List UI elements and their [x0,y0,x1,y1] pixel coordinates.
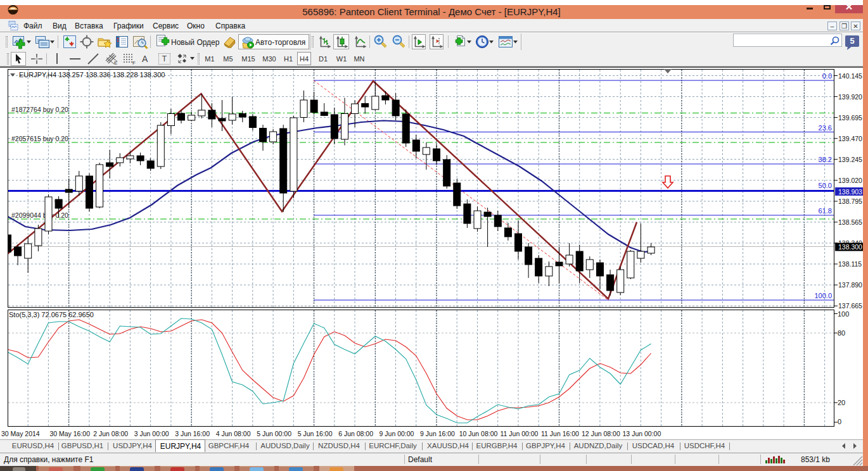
svg-text:0: 0 [838,418,841,425]
svg-text:100.0: 100.0 [814,292,832,299]
svg-text:138.903: 138.903 [838,188,862,196]
svg-text:138.795: 138.795 [838,198,862,205]
svg-text:23.6: 23.6 [819,124,832,132]
svg-text:140.145: 140.145 [838,72,862,80]
svg-text:5 Jun 16:00: 5 Jun 16:00 [298,430,333,437]
svg-text:30 May 2014: 30 May 2014 [1,430,40,437]
svg-text:139.245: 139.245 [838,156,862,163]
svg-text:138.300: 138.300 [838,243,862,251]
svg-text:100: 100 [838,310,849,318]
svg-text:#2057615 buy 0.20: #2057615 buy 0.20 [11,135,68,142]
svg-text:38.2: 38.2 [819,156,832,163]
svg-text:Sto(5,3,3) 72.0675 62.9650: Sto(5,3,3) 72.0675 62.9650 [9,311,94,318]
svg-text:0.0: 0.0 [822,72,832,80]
svg-text:4 Jun 08:00: 4 Jun 08:00 [216,430,251,437]
svg-text:#1872764 buy 0.20: #1872764 buy 0.20 [11,106,68,113]
svg-text:12 Jun 08:00: 12 Jun 08:00 [582,430,620,437]
svg-text:9 Jun 00:00: 9 Jun 00:00 [380,430,414,437]
svg-text:139.020: 139.020 [838,177,862,184]
svg-text:30 May 16:00: 30 May 16:00 [49,430,90,437]
svg-text:E: E [114,60,117,65]
svg-text:#2099044 buy 0.20: #2099044 buy 0.20 [11,211,68,219]
svg-text:138.115: 138.115 [838,260,862,268]
svg-text:61.8: 61.8 [819,207,832,215]
svg-text:13 Jun 00:00: 13 Jun 00:00 [623,430,661,437]
svg-text:50.0: 50.0 [819,182,832,189]
svg-text:139.695: 139.695 [838,114,862,122]
svg-text:9 Jun 16:00: 9 Jun 16:00 [420,430,455,437]
svg-text:3 Jun 16:00: 3 Jun 16:00 [175,430,210,437]
svg-text:10 Jun 08:00: 10 Jun 08:00 [459,430,498,437]
svg-text:20: 20 [838,399,845,406]
svg-text:6 Jun 08:00: 6 Jun 08:00 [338,430,373,437]
svg-text:138.565: 138.565 [838,218,862,226]
svg-text:3 Jun 00:00: 3 Jun 00:00 [134,430,169,437]
svg-text:2 Jun 08:00: 2 Jun 08:00 [93,430,128,437]
svg-text:137.890: 137.890 [838,281,862,289]
svg-text:EURJPY,H4 138.257 138.336 138: EURJPY,H4 138.257 138.336 138.228 138.30… [19,71,165,78]
svg-text:139.470: 139.470 [838,135,862,142]
svg-text:11 Jun 16:00: 11 Jun 16:00 [541,430,579,437]
svg-text:139.920: 139.920 [838,93,862,101]
svg-text:80: 80 [838,329,845,337]
svg-text:137.665: 137.665 [838,302,862,310]
svg-text:5 Jun 00:00: 5 Jun 00:00 [257,430,291,437]
svg-text:11 Jun 00:00: 11 Jun 00:00 [501,430,539,437]
svg-text:F: F [132,60,136,65]
